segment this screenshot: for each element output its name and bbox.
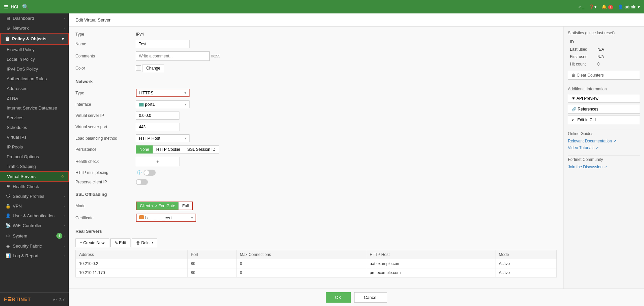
video-tutorials-link[interactable]: Video Tutorials ↗ [568,145,640,150]
sidebar-item-security-profiles[interactable]: 🛡 Security Profiles › [0,191,69,201]
edit-button[interactable]: ✎ Edit [110,238,130,247]
sidebar-item-vpn[interactable]: 🔒 VPN › [0,201,69,211]
references-button[interactable]: 🔗 References [568,105,640,114]
chevron-right-icon: › [64,194,65,198]
stats-table: ID Last used N/A First used N/A Hit c [568,38,640,68]
sidebar-item-label: Network [13,26,64,31]
interface-label: Interface [75,102,136,107]
name-label: Name [75,42,136,46]
sidebar-item-virtual-ips[interactable]: Virtual IPs [0,132,69,142]
shield-icon: 🛡 [5,194,11,199]
star-icon[interactable]: ☆ [61,174,64,179]
sidebar-item-firewall-policy[interactable]: Firewall Policy [0,45,69,54]
user-icon[interactable]: 👤 admin ▾ [618,4,640,9]
help-icon[interactable]: ❓▾ [589,4,597,9]
ssl-mode-client-fortigate-button[interactable]: Client <-> FortiGate [137,202,179,210]
sidebar-item-user-authentication[interactable]: 👤 User & Authentication › [0,211,69,221]
stats-first-used-label: First used [569,53,595,60]
interface-dropdown[interactable]: port1 ▾ [136,100,190,108]
create-new-button[interactable]: + Create New [75,238,109,247]
virtual-server-ip-input[interactable] [136,112,179,120]
virtual-server-port-input[interactable] [136,123,179,131]
dropdown-arrow-icon: ▾ [185,136,186,140]
fabric-icon: ◈ [5,244,11,249]
change-color-button[interactable]: Change [143,64,164,72]
virtual-server-ip-label: Virtual server IP [75,113,136,118]
sidebar-item-schedules[interactable]: Schedules [0,123,69,132]
stats-last-used-label: Last used [569,46,595,53]
topbar-brand[interactable]: ☰ HCI [4,4,18,9]
sidebar-item-ztna[interactable]: ZTNA [0,93,69,103]
edit-in-cli-button[interactable]: >_ Edit in CLI [568,116,640,124]
persistence-http-cookie-button[interactable]: HTTP Cookie [153,145,184,154]
sidebar-item-health-check[interactable]: ❤ Health Check [0,182,69,191]
sidebar-item-ip-pools[interactable]: IP Pools [0,142,69,152]
http-multiplexing-toggle[interactable] [144,170,156,176]
health-check-add-button[interactable]: + [136,157,179,166]
version-label: v7.2.7 [53,297,65,302]
cert-icon [139,215,144,219]
chevron-down-icon: ▾ [62,36,64,41]
main-layout: ⊞ Dashboard › ⊕ Network › 📋 Policy & Obj… [0,13,644,306]
table-row[interactable]: 10.210.0.2 80 0 uat.example.com Active [76,259,557,268]
hamburger-icon[interactable]: ☰ [4,4,8,9]
search-icon[interactable]: 🔍 [22,4,29,10]
relevant-documentation-link[interactable]: Relevant Documentation ↗ [568,139,640,143]
network-type-row: Type HTTPS ▾ [75,89,557,97]
comments-label: Comments [75,54,136,58]
sidebar-item-internet-service-database[interactable]: Internet Service Database [0,103,69,113]
persistence-none-button[interactable]: None [136,145,153,154]
load-balancing-dropdown[interactable]: HTTP Host ▾ [136,134,190,142]
page-title: Edit Virtual Server [75,17,111,23]
terminal-icon[interactable]: ＞_ [578,4,584,10]
clear-counters-button[interactable]: 🗑 Clear Counters [568,71,640,80]
col-port: Port [187,250,236,259]
sidebar-item-authentication-rules[interactable]: Authentication Rules [0,74,69,84]
sidebar-item-ipv4-dos-policy[interactable]: IPv4 DoS Policy [0,64,69,74]
join-discussion-link[interactable]: Join the Discussion ↗ [568,165,640,169]
name-input[interactable] [136,40,190,48]
health-check-label: Health check [75,159,136,164]
sidebar-item-network[interactable]: ⊕ Network › [0,23,69,33]
comments-input[interactable] [136,51,210,61]
sidebar-item-virtual-servers[interactable]: Virtual Servers ☆ [0,171,69,182]
network-type-dropdown[interactable]: HTTPS ▾ [136,89,190,97]
sidebar-item-protocol-options[interactable]: Protocol Options [0,152,69,162]
dropdown-arrow-icon: ▾ [184,91,186,95]
table-row[interactable]: 10.210.11.170 80 0 prd.example.com Activ… [76,268,557,277]
interface-icon [139,103,144,106]
delete-button[interactable]: 🗑 Delete [132,238,157,247]
sidebar-item-services[interactable]: Services [0,113,69,123]
persistence-ssl-session-button[interactable]: SSL Session ID [184,145,219,154]
sidebar-item-wifi-controller[interactable]: 📡 WiFi Controller › [0,221,69,230]
topbar-right: ＞_ ❓▾ 🔔 1 👤 admin ▾ [578,4,640,10]
cancel-button[interactable]: Cancel [354,292,387,303]
log-icon: 📊 [5,253,11,258]
sidebar-item-dashboard[interactable]: ⊞ Dashboard › [0,13,69,23]
chevron-right-icon: › [64,16,65,20]
api-preview-button[interactable]: 👁 API Preview [568,94,640,103]
brand-name: HCI [11,4,18,9]
sidebar-item-traffic-shaping[interactable]: Traffic Shaping [0,162,69,171]
cell-mode: Active [495,259,557,268]
online-guides-title: Online Guides [568,131,640,136]
sidebar-item-local-in-policy[interactable]: Local In Policy [0,54,69,64]
sidebar-item-security-fabric[interactable]: ◈ Security Fabric › [0,241,69,251]
http-multiplexing-info-icon[interactable]: ⓘ [137,170,142,176]
sidebar-item-addresses[interactable]: Addresses [0,84,69,93]
http-multiplexing-row: HTTP multiplexing ⓘ [75,170,557,176]
content-body: Type IPv4 Name Comments 0/255 Color [69,27,644,289]
certificate-value: h............_cert [145,215,172,220]
ok-button[interactable]: OK [326,292,351,303]
load-balancing-value: HTTP Host [139,136,160,141]
stats-hit-count-value: 0 [596,61,639,68]
sidebar-item-system[interactable]: ⚙ System 1 › [0,230,69,241]
chevron-right-icon: › [64,224,65,227]
sidebar-item-log-report[interactable]: 📊 Log & Report › [0,251,69,261]
preserve-client-ip-toggle[interactable] [136,179,148,185]
sidebar-item-policy-objects[interactable]: 📋 Policy & Objects ▾ [0,33,69,45]
cell-max-connections: 0 [236,259,366,268]
ssl-mode-full-button[interactable]: Full [179,202,192,210]
notifications-icon[interactable]: 🔔 1 [601,4,613,9]
certificate-dropdown[interactable]: h............_cert ▾ [136,214,196,222]
